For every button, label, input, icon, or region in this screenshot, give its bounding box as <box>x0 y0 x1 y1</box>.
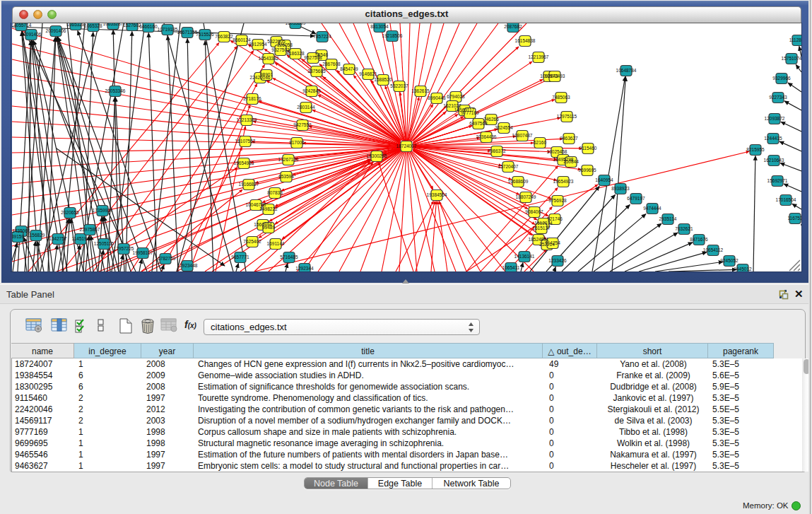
svg-text:1612074: 1612074 <box>534 221 553 226</box>
svg-text:19654983: 19654983 <box>234 160 254 165</box>
svg-text:15751074: 15751074 <box>782 56 801 61</box>
svg-text:8990448: 8990448 <box>428 95 446 100</box>
svg-text:12213967: 12213967 <box>529 54 549 59</box>
svg-text:16671355: 16671355 <box>177 30 198 35</box>
svg-text:8454749: 8454749 <box>340 66 358 71</box>
svg-text:2020655: 2020655 <box>61 210 79 215</box>
svg-text:13267130: 13267130 <box>278 157 299 162</box>
svg-text:1527602: 1527602 <box>123 23 141 28</box>
svg-text:2718176: 2718176 <box>243 96 261 101</box>
svg-text:1145194: 1145194 <box>72 236 90 241</box>
svg-text:10688609: 10688609 <box>508 179 529 184</box>
svg-text:1065328: 1065328 <box>66 23 85 27</box>
svg-text:6794028: 6794028 <box>447 94 465 99</box>
svg-text:10653287: 10653287 <box>103 23 124 26</box>
svg-text:17016504: 17016504 <box>776 197 796 202</box>
svg-text:17957225: 17957225 <box>114 246 134 251</box>
svg-text:98901: 98901 <box>260 72 273 77</box>
svg-text:20364436: 20364436 <box>476 134 497 139</box>
svg-text:1244415: 1244415 <box>764 136 782 141</box>
svg-text:9756928: 9756928 <box>548 198 567 203</box>
svg-text:9427552: 9427552 <box>293 122 312 127</box>
svg-text:6497568: 6497568 <box>469 121 488 126</box>
svg-text:3498222: 3498222 <box>259 206 278 211</box>
svg-text:99489: 99489 <box>262 225 275 230</box>
svg-text:12213389: 12213389 <box>237 117 257 122</box>
svg-text:16154838: 16154838 <box>515 38 536 43</box>
svg-text:807833: 807833 <box>267 190 283 195</box>
svg-text:16107552: 16107552 <box>235 139 256 144</box>
svg-text:7663822: 7663822 <box>215 34 233 39</box>
svg-text:9329966: 9329966 <box>772 76 791 81</box>
svg-text:1362615: 1362615 <box>411 88 430 93</box>
svg-text:20091406: 20091406 <box>46 28 66 33</box>
svg-text:9474444: 9474444 <box>643 206 661 211</box>
svg-text:19384554: 19384554 <box>427 192 447 197</box>
svg-text:18807249: 18807249 <box>516 194 536 199</box>
svg-text:18300295: 18300295 <box>367 153 387 158</box>
svg-text:250844: 250844 <box>563 159 579 164</box>
svg-text:6479197: 6479197 <box>627 196 645 201</box>
svg-text:39159: 39159 <box>12 234 24 239</box>
svg-text:3875685: 3875685 <box>307 69 326 74</box>
svg-text:9527508: 9527508 <box>304 55 322 60</box>
svg-text:2867608: 2867608 <box>322 62 341 66</box>
svg-text:817006: 817006 <box>289 140 305 145</box>
svg-text:8215955: 8215955 <box>746 147 765 152</box>
svg-text:1156829: 1156829 <box>28 233 45 238</box>
svg-text:9242848: 9242848 <box>302 88 321 93</box>
svg-text:62160: 62160 <box>534 140 546 145</box>
svg-text:16210643: 16210643 <box>764 158 784 163</box>
svg-text:9245052: 9245052 <box>720 258 739 263</box>
svg-text:12975115: 12975115 <box>557 114 577 119</box>
svg-text:12923448: 12923448 <box>177 263 198 268</box>
svg-text:15720407: 15720407 <box>498 164 519 169</box>
svg-text:20091406: 20091406 <box>21 32 42 37</box>
svg-text:1233426: 1233426 <box>548 258 567 263</box>
svg-text:3624554: 3624554 <box>495 125 513 130</box>
svg-text:14136141: 14136141 <box>514 254 535 259</box>
svg-text:653594: 653594 <box>278 174 294 179</box>
svg-text:8813054: 8813054 <box>370 24 389 29</box>
svg-text:1065411: 1065411 <box>502 265 520 270</box>
svg-text:15692971: 15692971 <box>767 178 788 183</box>
svg-text:10807487: 10807487 <box>512 133 533 138</box>
svg-text:23975867: 23975867 <box>80 227 100 232</box>
svg-text:1588520: 1588520 <box>374 77 392 82</box>
svg-text:9463627: 9463627 <box>560 136 578 141</box>
svg-text:2087682: 2087682 <box>504 24 522 29</box>
svg-text:19654923: 19654923 <box>553 179 574 184</box>
svg-text:20053346: 20053346 <box>105 88 126 93</box>
svg-text:116753: 116753 <box>787 216 801 221</box>
svg-text:10719185: 10719185 <box>158 27 178 32</box>
svg-text:914254: 914254 <box>545 240 560 245</box>
svg-text:7625402: 7625402 <box>243 239 261 244</box>
svg-text:10648784: 10648784 <box>616 68 637 73</box>
svg-text:1640954: 1640954 <box>595 177 613 182</box>
svg-text:10973493: 10973493 <box>545 74 565 78</box>
svg-text:2935114: 2935114 <box>659 216 677 221</box>
svg-text:8938923: 8938923 <box>611 186 630 191</box>
svg-text:7857224: 7857224 <box>313 34 331 39</box>
svg-text:226058: 226058 <box>277 42 293 47</box>
svg-text:9777169: 9777169 <box>461 110 479 115</box>
svg-text:1065328: 1065328 <box>84 23 102 28</box>
svg-text:9146821: 9146821 <box>359 71 377 76</box>
svg-text:8912954: 8912954 <box>249 42 267 47</box>
svg-text:1691144: 1691144 <box>267 241 285 246</box>
svg-text:9445012: 9445012 <box>734 267 752 271</box>
svg-text:1342757: 1342757 <box>49 236 67 241</box>
svg-text:7485063: 7485063 <box>552 95 570 100</box>
svg-text:17359924: 17359924 <box>93 208 113 213</box>
svg-text:8471676: 8471676 <box>690 237 708 242</box>
svg-text:16033809: 16033809 <box>286 23 306 25</box>
svg-text:9084067: 9084067 <box>525 209 543 214</box>
svg-text:19958107: 19958107 <box>133 250 153 255</box>
svg-text:8660124: 8660124 <box>233 37 251 42</box>
svg-text:5322037: 5322037 <box>390 83 408 88</box>
svg-text:19166827: 19166827 <box>239 182 259 187</box>
svg-text:16782759: 16782759 <box>155 256 176 261</box>
svg-text:7515526: 7515526 <box>196 32 214 37</box>
svg-text:9699695: 9699695 <box>578 168 596 173</box>
svg-text:10025458: 10025458 <box>547 149 567 154</box>
